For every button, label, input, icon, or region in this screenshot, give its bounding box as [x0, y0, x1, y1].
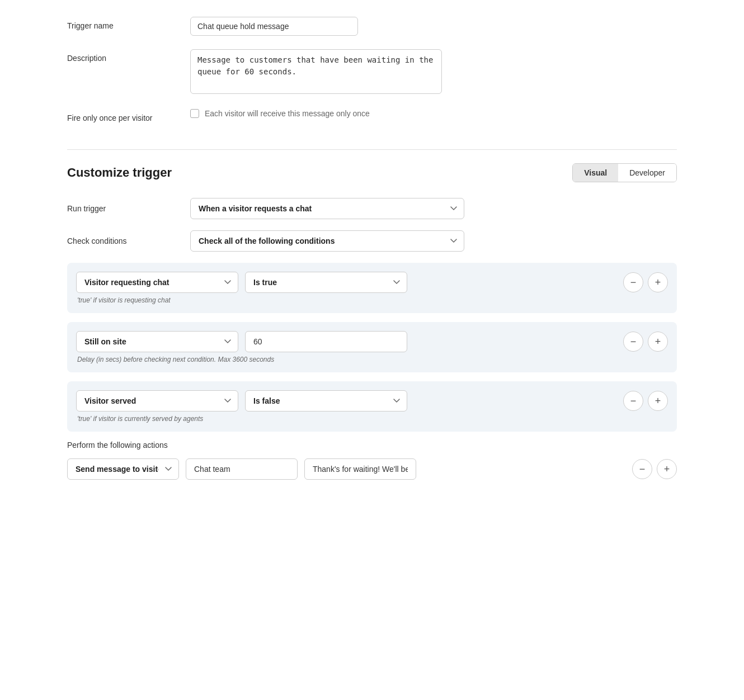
- condition-hint-2: Delay (in secs) before checking next con…: [76, 356, 668, 363]
- condition-row-3: Visitor served Is false − +: [76, 390, 668, 412]
- condition-row-1: Visitor requesting chat Is true − +: [76, 272, 668, 293]
- check-conditions-label: Check conditions: [67, 237, 190, 245]
- view-toggle: Visual Developer: [572, 163, 677, 182]
- condition-hint-1: 'true' if visitor is requesting chat: [76, 296, 668, 304]
- add-condition-2-button[interactable]: +: [648, 332, 668, 352]
- condition-block-1: Visitor requesting chat Is true − + 'tru…: [67, 263, 677, 313]
- check-conditions-select[interactable]: Check all of the following conditions: [190, 230, 464, 252]
- fire-once-label: Fire only once per visitor: [67, 109, 190, 122]
- visual-button[interactable]: Visual: [573, 164, 618, 182]
- description-input[interactable]: Message to customers that have been wait…: [190, 49, 442, 94]
- minus-icon: −: [630, 277, 637, 287]
- condition-block-3: Visitor served Is false − + 'true' if vi…: [67, 381, 677, 432]
- condition-block-2: Still on site − + Delay (in secs) before…: [67, 322, 677, 372]
- condition-value-input-2[interactable]: [245, 331, 407, 352]
- condition-hint-3: 'true' if visitor is currently served by…: [76, 415, 668, 423]
- condition-operator-select-1[interactable]: Is true: [245, 272, 407, 293]
- plus-icon-2: +: [655, 337, 661, 347]
- remove-condition-3-button[interactable]: −: [623, 391, 643, 411]
- run-trigger-select[interactable]: When a visitor requests a chat: [190, 198, 464, 219]
- add-condition-3-button[interactable]: +: [648, 391, 668, 411]
- customize-title: Customize trigger: [67, 165, 172, 180]
- add-condition-1-button[interactable]: +: [648, 272, 668, 292]
- action-field2-input-1[interactable]: [304, 458, 416, 480]
- plus-icon: +: [655, 277, 661, 287]
- action-type-select-1[interactable]: Send message to visitor: [67, 458, 179, 480]
- description-label: Description: [67, 49, 190, 63]
- fire-once-checkbox-label: Each visitor will receive this message o…: [205, 109, 370, 118]
- remove-action-1-button[interactable]: −: [632, 459, 652, 479]
- plus-icon-action-1: +: [664, 464, 670, 474]
- minus-icon-action-1: −: [639, 464, 646, 474]
- fire-once-checkbox[interactable]: [190, 109, 199, 118]
- minus-icon-3: −: [630, 396, 637, 406]
- condition-type-select-2[interactable]: Still on site: [76, 331, 238, 352]
- minus-icon-2: −: [630, 337, 637, 347]
- condition-type-select-1[interactable]: Visitor requesting chat: [76, 272, 238, 293]
- developer-button[interactable]: Developer: [618, 164, 676, 182]
- run-trigger-label: Run trigger: [67, 204, 190, 213]
- condition-operator-select-3[interactable]: Is false: [245, 390, 407, 412]
- trigger-name-label: Trigger name: [67, 17, 190, 30]
- action-field1-input-1[interactable]: [186, 458, 298, 480]
- action-row-1: Send message to visitor − +: [67, 458, 677, 480]
- remove-condition-1-button[interactable]: −: [623, 272, 643, 292]
- trigger-name-input[interactable]: [190, 17, 358, 36]
- actions-section-title: Perform the following actions: [67, 441, 677, 450]
- condition-type-select-3[interactable]: Visitor served: [76, 390, 238, 412]
- condition-row-2: Still on site − +: [76, 331, 668, 352]
- add-action-1-button[interactable]: +: [657, 459, 677, 479]
- plus-icon-3: +: [655, 396, 661, 406]
- remove-condition-2-button[interactable]: −: [623, 332, 643, 352]
